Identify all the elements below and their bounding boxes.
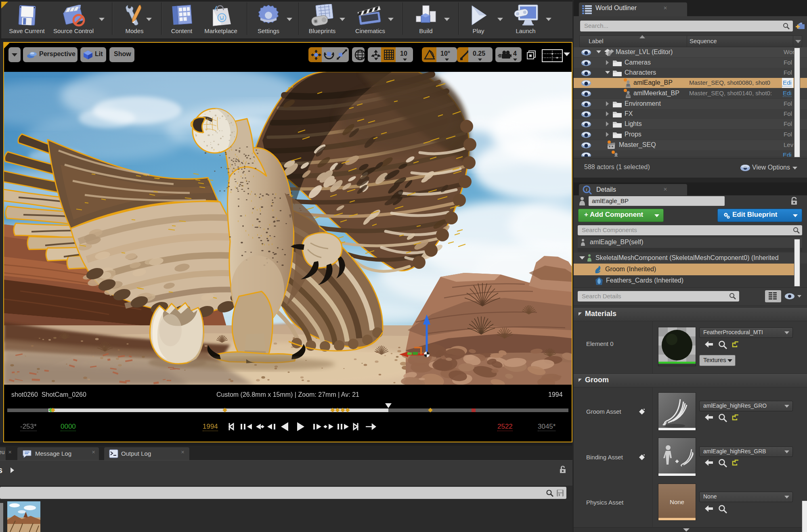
svg-text:i: i bbox=[586, 187, 587, 192]
